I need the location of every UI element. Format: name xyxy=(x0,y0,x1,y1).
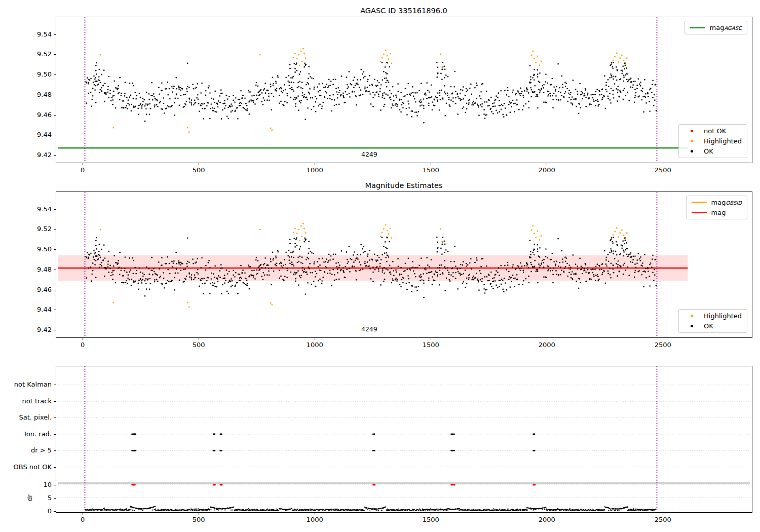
tick-label: 500 xyxy=(183,166,214,174)
bottom-plot-axes xyxy=(56,366,752,513)
middle-plot-canvas xyxy=(56,192,752,337)
red-dot-icon xyxy=(691,130,693,132)
tick-label: 10 xyxy=(20,481,52,488)
tick-label: 9.52 xyxy=(20,50,52,58)
tick-label: 9.44 xyxy=(20,131,52,138)
legend-label: mag xyxy=(711,209,726,216)
legend-label: not OK xyxy=(704,127,726,135)
tick-mark xyxy=(315,338,315,340)
tick-mark xyxy=(54,95,56,95)
tick-label: 2500 xyxy=(648,166,678,174)
tick-label: 1000 xyxy=(299,166,330,174)
tick-label: 9.52 xyxy=(20,225,52,233)
top-plot-line-legend: magAGASC xyxy=(685,21,747,34)
tick-mark xyxy=(83,163,83,165)
tick-mark xyxy=(54,54,56,55)
legend-item-ok: OK xyxy=(684,322,742,330)
tick-label: Sat. pixel. xyxy=(0,413,52,421)
green-line-swatch xyxy=(690,27,705,28)
tick-label: 9.50 xyxy=(20,70,52,78)
tick-label: 1500 xyxy=(415,166,446,174)
tick-label: 9.44 xyxy=(20,306,52,313)
orange-dot-icon xyxy=(691,140,693,142)
tick-label: 0 xyxy=(67,516,98,523)
orange-dot-icon xyxy=(691,315,693,317)
tick-label: 9.48 xyxy=(20,265,52,273)
top-plot-axes: magAGASC not OK Highlighted OK 4249 xyxy=(56,17,752,163)
tick-mark xyxy=(54,155,56,156)
tick-label: 9.46 xyxy=(20,286,52,293)
tick-mark xyxy=(663,338,663,340)
tick-label: 9.42 xyxy=(20,151,52,159)
top-plot-obsid-annotation: 4249 xyxy=(361,150,377,158)
tick-mark xyxy=(54,485,56,485)
legend-label: OK xyxy=(704,147,713,155)
legend-label: OK xyxy=(704,322,713,330)
tick-label: Ion. rad. xyxy=(0,430,52,438)
tick-label: 9.50 xyxy=(20,245,52,253)
top-plot-title: AGASC ID 335161896.0 xyxy=(360,7,447,15)
tick-label: 9.54 xyxy=(20,30,52,38)
legend-item-not-ok: not OK xyxy=(684,127,742,135)
tick-mark xyxy=(199,513,199,515)
legend-item-highlighted: Highlighted xyxy=(684,312,742,320)
tick-label: 2500 xyxy=(648,341,678,349)
tick-mark xyxy=(54,270,56,270)
tick-mark xyxy=(547,163,547,165)
tick-mark xyxy=(54,310,56,310)
tick-mark xyxy=(199,163,199,165)
orange-line-swatch xyxy=(692,202,707,203)
tick-mark xyxy=(54,434,56,435)
tick-mark xyxy=(315,163,315,165)
tick-mark xyxy=(83,513,83,515)
tick-mark xyxy=(431,513,431,515)
tick-label: 0 xyxy=(67,341,98,349)
tick-mark xyxy=(547,513,547,515)
tick-label: 2000 xyxy=(531,341,562,349)
middle-plot-point-legend: Highlighted OK xyxy=(678,309,747,333)
bottom-plot-canvas xyxy=(56,366,752,512)
tick-mark xyxy=(663,513,663,515)
tick-mark xyxy=(54,34,56,35)
legend-item-mag-obsid: magOBSID xyxy=(692,199,742,206)
tick-label: 9.48 xyxy=(20,91,52,98)
tick-mark xyxy=(54,249,56,250)
tick-mark xyxy=(54,115,56,116)
tick-label: 2000 xyxy=(531,516,562,523)
tick-label: 1500 xyxy=(415,516,446,523)
legend-item-highlighted: Highlighted xyxy=(684,137,742,145)
tick-mark xyxy=(54,330,56,330)
tick-label: dr > 5 xyxy=(0,446,52,454)
red-line-swatch xyxy=(692,212,707,213)
tick-mark xyxy=(199,338,199,340)
tick-label: 2500 xyxy=(648,516,678,523)
legend-label: Highlighted xyxy=(704,137,742,145)
tick-label: not track xyxy=(0,397,52,405)
tick-mark xyxy=(54,209,56,210)
legend-item-mag-agasc: magAGASC xyxy=(690,24,742,31)
legend-item-mag: mag xyxy=(692,209,742,216)
black-dot-icon xyxy=(691,150,693,153)
tick-mark xyxy=(547,338,547,340)
tick-label: 9.54 xyxy=(20,205,52,213)
tick-label: 2000 xyxy=(531,166,562,174)
tick-label: 0 xyxy=(67,166,98,174)
middle-plot-obsid-annotation: 4249 xyxy=(361,325,377,333)
tick-label: 9.46 xyxy=(20,111,52,119)
legend-label: magOBSID xyxy=(711,199,742,206)
legend-item-ok: OK xyxy=(684,147,742,155)
black-dot-icon xyxy=(691,325,693,327)
tick-mark xyxy=(54,467,56,468)
tick-label: 1000 xyxy=(299,341,330,349)
tick-label: 1000 xyxy=(299,516,330,523)
legend-label: magAGASC xyxy=(710,24,742,31)
tick-label: 0 xyxy=(20,507,52,515)
tick-label: not Kalman xyxy=(0,381,52,388)
tick-mark xyxy=(54,74,56,75)
tick-label: OBS not OK xyxy=(0,463,52,471)
tick-mark xyxy=(54,229,56,230)
tick-mark xyxy=(315,513,315,515)
top-plot-canvas xyxy=(56,17,752,163)
top-plot-point-legend: not OK Highlighted OK xyxy=(678,124,747,158)
middle-plot-title: Magnitude Estimates xyxy=(365,181,442,189)
